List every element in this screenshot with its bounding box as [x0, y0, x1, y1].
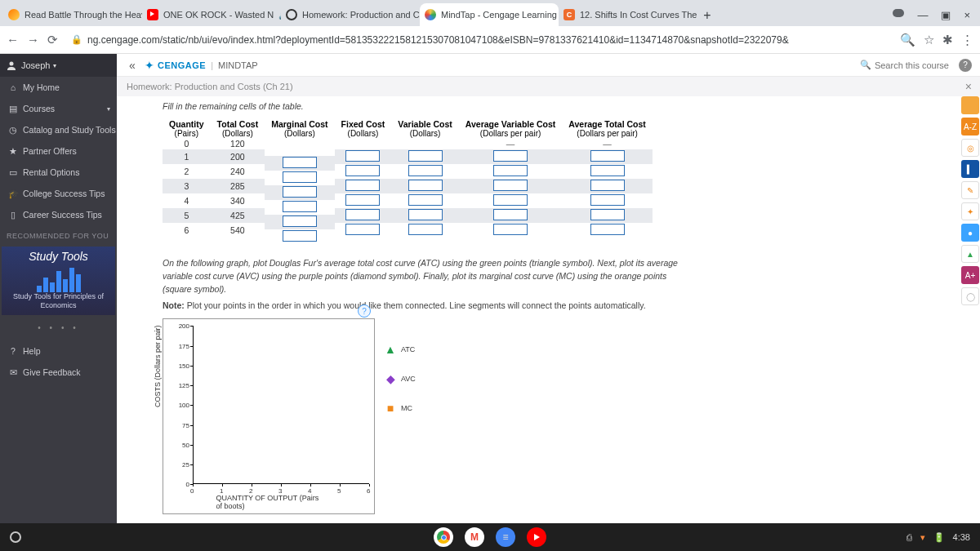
extension-icon[interactable]: ✱ — [942, 33, 953, 47]
back-icon[interactable]: ← — [7, 33, 19, 47]
forward-icon[interactable]: → — [27, 33, 39, 47]
numeric-input[interactable] — [590, 150, 625, 162]
numeric-input[interactable] — [283, 186, 317, 198]
browser-tab[interactable]: ONE OK ROCK - Wasted N 🔊 × — [142, 3, 281, 26]
toggle-icon[interactable] — [893, 9, 904, 17]
numeric-input[interactable] — [408, 194, 443, 206]
numeric-input[interactable] — [283, 216, 317, 227]
numeric-input[interactable] — [345, 150, 380, 162]
rail-tool[interactable]: ✦ — [961, 202, 979, 220]
numeric-input[interactable] — [408, 209, 443, 220]
numeric-input[interactable] — [590, 194, 625, 206]
numeric-input[interactable] — [493, 194, 528, 206]
sidebar: Joseph ▾ ⌂My Home ▤Courses▾ ◷Catalog and… — [0, 54, 117, 523]
sidebar-item-catalog[interactable]: ◷Catalog and Study Tools — [0, 119, 117, 140]
numeric-input[interactable] — [590, 209, 625, 220]
numeric-input[interactable] — [345, 224, 380, 235]
new-tab-button[interactable]: + — [697, 8, 717, 26]
close-icon[interactable]: × — [965, 80, 972, 93]
rail-tool[interactable]: ▍ — [961, 160, 979, 178]
numeric-input[interactable] — [283, 230, 317, 242]
reload-icon[interactable]: ⟳ — [47, 33, 58, 47]
rail-tool[interactable]: A+ — [961, 266, 979, 284]
legend-avc[interactable]: ◆AVC — [385, 364, 416, 393]
rail-tool[interactable]: A-Z — [961, 118, 979, 136]
sidebar-item-courses[interactable]: ▤Courses▾ — [0, 98, 117, 119]
browser-tab-active[interactable]: MindTap - Cengage Learning × — [420, 3, 559, 26]
numeric-input[interactable] — [493, 150, 528, 162]
plot-help-icon[interactable]: ? — [358, 304, 371, 318]
menu-icon[interactable]: ⋮ — [961, 33, 973, 47]
sidebar-item-home[interactable]: ⌂My Home — [0, 77, 117, 98]
rail-tool[interactable] — [961, 96, 979, 114]
sidebar-item-help[interactable]: ?Help — [0, 340, 117, 362]
numeric-input[interactable] — [590, 224, 625, 235]
maximize-icon[interactable]: ▣ — [941, 9, 951, 21]
numeric-input[interactable] — [590, 165, 625, 176]
col-header: Fixed Cost(Dollars) — [335, 118, 392, 138]
sidebar-item-career[interactable]: ▯Career Success Tips — [0, 204, 117, 225]
bookmark-icon[interactable]: ☆ — [924, 33, 934, 47]
docs-app-icon[interactable]: ≡ — [496, 527, 515, 547]
rail-tool[interactable]: ◎ — [961, 139, 979, 157]
col-header: Marginal Cost(Dollars) — [265, 118, 334, 138]
separator: | — [211, 60, 213, 70]
browser-tab[interactable]: C 12. Shifts In Cost Curves The × — [559, 3, 697, 26]
sidebar-label: Courses — [23, 104, 55, 113]
study-tools-card[interactable]: Study Tools Study Tools for Principles o… — [2, 247, 115, 315]
browser-tabstrip: Read Battle Through the Heav × ONE OK RO… — [0, 0, 980, 26]
numeric-input[interactable] — [345, 180, 380, 191]
numeric-input[interactable] — [345, 165, 380, 176]
rail-tool[interactable]: ● — [961, 224, 979, 242]
rental-icon: ▭ — [8, 167, 18, 177]
rail-tool[interactable]: ✎ — [961, 181, 979, 199]
numeric-input[interactable] — [408, 165, 443, 176]
gmail-app-icon[interactable]: M — [465, 527, 484, 547]
numeric-input[interactable] — [408, 180, 443, 191]
tab-title: ONE OK ROCK - Wasted N — [163, 10, 274, 20]
numeric-input[interactable] — [590, 180, 625, 191]
numeric-input[interactable] — [408, 150, 443, 162]
numeric-input[interactable] — [283, 201, 317, 212]
launcher-icon[interactable] — [10, 531, 21, 543]
numeric-input[interactable] — [408, 224, 443, 235]
close-window-icon[interactable]: × — [964, 9, 970, 21]
numeric-input[interactable] — [345, 209, 380, 220]
wifi-icon[interactable]: ▾ — [920, 532, 925, 543]
numeric-input[interactable] — [345, 194, 380, 206]
sidebar-item-rental[interactable]: ▭Rental Options — [0, 162, 117, 183]
numeric-input[interactable] — [493, 165, 528, 176]
sidebar-item-college[interactable]: 🎓College Success Tips — [0, 183, 117, 204]
table-cell — [459, 149, 563, 164]
course-search[interactable]: 🔍 Search this course — [860, 60, 949, 70]
minimize-icon[interactable]: — — [917, 9, 928, 21]
numeric-input[interactable] — [493, 209, 528, 220]
rail-tool[interactable]: ◯ — [961, 287, 979, 305]
legend-atc[interactable]: ▲ATC — [385, 335, 416, 364]
carousel-dots[interactable]: • • • • — [0, 320, 117, 340]
clock[interactable]: 4:38 — [953, 532, 970, 542]
chrome-app-icon[interactable] — [434, 527, 453, 547]
sidebar-item-partners[interactable]: ★Partner Offers — [0, 140, 117, 162]
sidebar-item-feedback[interactable]: ✉Give Feedback — [0, 362, 117, 383]
table-row: 6540 — [163, 223, 653, 238]
numeric-input[interactable] — [283, 157, 317, 168]
browser-tab[interactable]: Read Battle Through the Heav × — [3, 3, 142, 26]
youtube-app-icon[interactable] — [527, 527, 546, 547]
user-menu[interactable]: Joseph ▾ — [0, 54, 117, 77]
numeric-input[interactable] — [283, 171, 317, 183]
browser-tab[interactable]: Homework: Production and C × — [281, 3, 420, 26]
legend-mc[interactable]: ■MC — [385, 393, 416, 423]
zoom-icon[interactable]: 🔍 — [900, 33, 915, 47]
collapse-sidebar-icon[interactable]: « — [125, 59, 140, 72]
table-cell — [562, 223, 653, 238]
y-tick: 75 — [182, 422, 189, 429]
cost-plot[interactable]: ? 02550751001251501752000123456 COSTS (D… — [163, 318, 375, 514]
cast-icon[interactable]: ⎙ — [906, 532, 912, 542]
battery-icon[interactable]: 🔋 — [933, 532, 945, 543]
numeric-input[interactable] — [493, 224, 528, 235]
numeric-input[interactable] — [493, 180, 528, 191]
help-button[interactable]: ? — [959, 59, 972, 72]
rail-tool[interactable]: ▲ — [961, 245, 979, 263]
address-bar[interactable]: 🔒 ng.cengage.com/static/nb/ui/evo/index.… — [66, 34, 892, 46]
